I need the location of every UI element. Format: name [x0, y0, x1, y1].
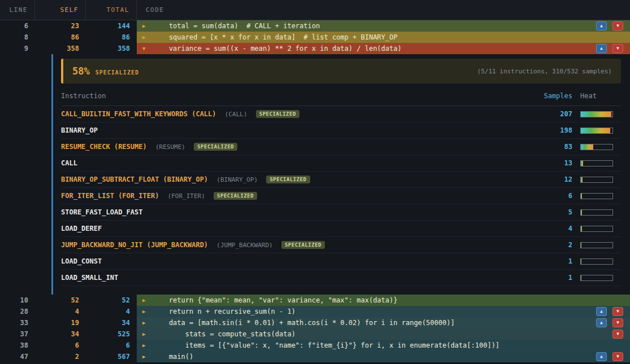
scroll-up-button[interactable]: ▲	[596, 21, 607, 30]
code-line-row: 6 23 144 ▶ total = sum(data) # CALL + it…	[0, 20, 630, 32]
instruction-row[interactable]: JUMP_BACKWARD_NO_JIT (JUMP_BACKWARD) (JU…	[61, 237, 621, 253]
heat-fill	[581, 144, 593, 150]
specialized-badge: SPECIALIZED	[266, 176, 310, 183]
self-samples-value: 52	[35, 295, 86, 306]
instruction-row[interactable]: CALL_BUILTIN_FAST_WITH_KEYWORDS (CALL) (…	[61, 106, 621, 122]
scroll-down-button[interactable]: ▼	[612, 44, 623, 53]
code-cell[interactable]: ▶ stats = compute_stats(data) ▼	[137, 328, 630, 340]
total-samples-value: 358	[86, 43, 137, 54]
self-samples-value: 19	[35, 317, 86, 328]
code-cell[interactable]: ▼ variance = sum((x - mean) ** 2 for x i…	[137, 43, 630, 54]
disclosure-triangle-icon[interactable]: ▶	[142, 32, 153, 43]
expansion-connector-line	[51, 54, 53, 295]
scroll-down-button[interactable]: ▼	[612, 21, 623, 30]
scroll-down-button[interactable]: ▼	[612, 330, 623, 339]
heat-bar	[580, 226, 621, 232]
code-cell[interactable]: ▶ total = sum(data) # CALL + iteration ▲…	[137, 20, 630, 32]
instruction-base-opcode: (FOR_ITER)	[168, 192, 205, 200]
row-buttons: ▲ ▼	[596, 44, 623, 53]
heat-fill	[581, 259, 581, 264]
disclosure-triangle-icon[interactable]: ▶	[142, 306, 153, 317]
code-cell[interactable]: ▶ items = [{"value": x, "name": f"item_{…	[137, 340, 630, 351]
disclosure-triangle-icon[interactable]: ▶	[142, 295, 153, 306]
instruction-base-opcode: (BINARY_OP)	[216, 176, 258, 183]
heat-bar	[580, 128, 621, 134]
heat-fill	[581, 194, 582, 199]
column-header-line: LINE	[0, 0, 35, 20]
heat-fill	[581, 226, 582, 231]
disclosure-triangle-icon[interactable]: ▶	[142, 340, 153, 351]
specialized-badge: SPECIALIZED	[214, 192, 257, 200]
instruction-cell: RESUME_CHECK (RESUME) (RESUME) SPECIALIZ…	[61, 143, 533, 151]
instruction-samples-value: 5	[533, 208, 572, 216]
heat-bar	[580, 209, 621, 216]
line-number: 37	[0, 328, 35, 340]
scroll-down-button[interactable]: ▼	[612, 352, 623, 361]
total-samples-value: 144	[86, 20, 137, 32]
total-samples-value: 52	[86, 295, 137, 306]
specialized-badge: SPECIALIZED	[194, 143, 237, 151]
instruction-samples-value: 1	[533, 274, 572, 282]
instruction-row[interactable]: STORE_FAST_LOAD_FAST 5	[61, 204, 621, 221]
instruction-name: LOAD_CONST	[61, 257, 102, 265]
self-samples-value: 2	[35, 351, 86, 362]
instruction-row[interactable]: BINARY_OP_SUBTRACT_FLOAT (BINARY_OP) (BI…	[61, 172, 621, 188]
instruction-samples-value: 2	[533, 241, 572, 249]
specialized-label: SPECIALIZED	[95, 69, 139, 76]
heat-bar	[580, 258, 621, 265]
code-cell[interactable]: ▶ return {"mean": mean, "var": variance,…	[137, 295, 630, 306]
instruction-row[interactable]: CALL 13	[61, 155, 621, 172]
instruction-row[interactable]: LOAD_DEREF 4	[61, 221, 621, 237]
total-samples-value: 525	[86, 328, 137, 340]
code-cell[interactable]: ▶ main() ▲ ▼	[137, 351, 630, 362]
instruction-samples-value: 207	[533, 110, 572, 118]
code-cell[interactable]: ▶ squared = [x * x for x in data] # list…	[137, 32, 630, 43]
instruction-row[interactable]: LOAD_SMALL_INT 1	[61, 270, 621, 286]
scroll-up-button[interactable]: ▲	[596, 318, 607, 327]
disclosure-triangle-icon[interactable]: ▶	[142, 317, 153, 328]
heat-fill	[581, 161, 583, 166]
scroll-up-button[interactable]: ▲	[596, 44, 607, 53]
code-line-row: 33 19 34 ▶ data = [math.sin(i * 0.01) + …	[0, 317, 630, 328]
instruction-table-body: CALL_BUILTIN_FAST_WITH_KEYWORDS (CALL) (…	[61, 106, 621, 286]
instruction-row[interactable]: LOAD_CONST 1	[61, 253, 621, 270]
scroll-up-button[interactable]: ▲	[596, 307, 607, 316]
col-samples: Samples	[533, 92, 572, 100]
code-text: return n + recursive_sum(n - 1)	[153, 306, 296, 317]
instruction-cell: CALL_BUILTIN_FAST_WITH_KEYWORDS (CALL) (…	[61, 110, 533, 118]
disclosure-triangle-icon[interactable]: ▼	[142, 43, 153, 54]
code-line-row: 9 358 358 ▼ variance = sum((x - mean) **…	[0, 43, 630, 54]
instruction-base-opcode: (RESUME)	[155, 143, 185, 151]
instruction-name: JUMP_BACKWARD_NO_JIT (JUMP_BACKWARD)	[61, 241, 208, 249]
scroll-up-button[interactable]: ▲	[596, 352, 607, 361]
instruction-row[interactable]: FOR_ITER_LIST (FOR_ITER) (FOR_ITER) SPEC…	[61, 188, 621, 204]
code-line-row: 10 52 52 ▶ return {"mean": mean, "var": …	[0, 295, 630, 306]
row-buttons: ▼	[612, 330, 623, 339]
total-samples-value: 6	[86, 340, 137, 351]
instruction-name: LOAD_SMALL_INT	[61, 274, 118, 282]
instruction-samples-value: 13	[533, 159, 572, 167]
line-number: 10	[0, 295, 35, 306]
scroll-down-button[interactable]: ▼	[612, 307, 623, 316]
disclosure-triangle-icon[interactable]: ▶	[142, 328, 153, 340]
specialized-percent: 58%	[72, 65, 90, 77]
heat-bar	[580, 144, 621, 150]
instruction-row[interactable]: RESUME_CHECK (RESUME) (RESUME) SPECIALIZ…	[61, 139, 621, 155]
code-cell[interactable]: ▶ data = [math.sin(i * 0.01) + math.cos(…	[137, 317, 630, 328]
row-buttons: ▲ ▼	[596, 352, 623, 361]
heat-fill	[581, 210, 582, 215]
code-line-row: 47 2 567 ▶ main() ▲ ▼	[0, 351, 630, 362]
instruction-name: FOR_ITER_LIST (FOR_ITER)	[61, 192, 159, 200]
self-samples-value: 6	[35, 340, 86, 351]
code-cell[interactable]: ▶ return n + recursive_sum(n - 1) ▲ ▼	[137, 306, 630, 317]
disclosure-triangle-icon[interactable]: ▶	[142, 20, 153, 32]
instruction-row[interactable]: BINARY_OP 198	[61, 122, 621, 139]
self-samples-value: 4	[35, 306, 86, 317]
instruction-cell: BINARY_OP	[61, 126, 533, 134]
disclosure-triangle-icon[interactable]: ▶	[142, 351, 153, 362]
code-line-row: 38 6 6 ▶ items = [{"value": x, "name": f…	[0, 340, 630, 351]
scroll-down-button[interactable]: ▼	[612, 318, 623, 327]
instruction-cell: JUMP_BACKWARD_NO_JIT (JUMP_BACKWARD) (JU…	[61, 241, 533, 249]
code-line-row: 28 4 4 ▶ return n + recursive_sum(n - 1)…	[0, 306, 630, 317]
self-samples-value: 358	[35, 43, 86, 54]
